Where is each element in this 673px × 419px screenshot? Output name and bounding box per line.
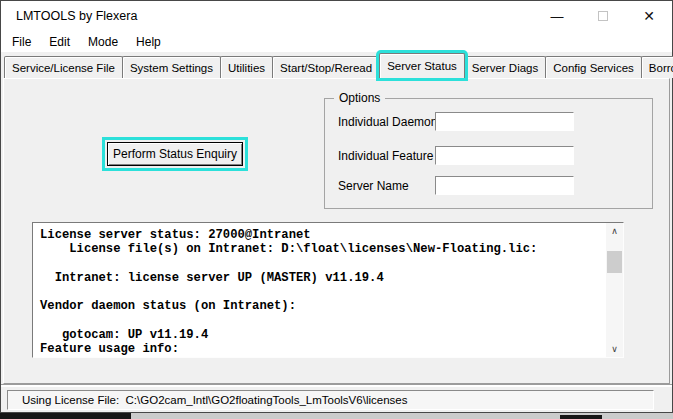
- chevron-down-icon: ∨: [611, 344, 618, 354]
- highlight-annotation: Perform Status Enquiry: [102, 137, 248, 171]
- scrollbar-thumb[interactable]: [607, 251, 622, 273]
- tab-strip: Service/License File System Settings Uti…: [4, 53, 673, 78]
- tab-server-diags[interactable]: Server Diags: [464, 56, 546, 78]
- menu-item-edit[interactable]: Edit: [40, 31, 79, 52]
- menu-item-mode[interactable]: Mode: [79, 31, 127, 52]
- individual-daemon-label: Individual Daemon: [338, 115, 437, 129]
- status-console: License server status: 27000@Intranet Li…: [32, 222, 624, 358]
- menu-item-help[interactable]: Help: [127, 31, 170, 52]
- tab-service-license-file[interactable]: Service/License File: [4, 56, 123, 78]
- individual-daemon-input[interactable]: [435, 112, 574, 131]
- scroll-down-button[interactable]: ∨: [606, 341, 623, 357]
- tab-start-stop-reread[interactable]: Start/Stop/Reread: [272, 56, 380, 78]
- maximize-icon: [598, 11, 608, 21]
- chevron-up-icon: ∧: [611, 226, 618, 236]
- menu-item-file[interactable]: File: [3, 31, 40, 52]
- desktop-background: [0, 413, 131, 419]
- console-output-text: License server status: 27000@Intranet Li…: [33, 223, 606, 357]
- statusbar-text: Using License File: C:\GO2cam_Intl\GO2fl…: [8, 394, 407, 406]
- statusbar-separator: [1, 384, 672, 387]
- server-name-input[interactable]: [435, 176, 574, 195]
- titlebar: LMTOOLS by Flexera — ✕: [1, 1, 672, 31]
- tab-borrowing[interactable]: Borrowing: [641, 56, 673, 78]
- lmtools-window: LMTOOLS by Flexera — ✕ File Edit Mode He…: [0, 0, 673, 413]
- statusbar-field: Using License File: C:\GO2cam_Intl\GO2fl…: [7, 390, 654, 410]
- window-title: LMTOOLS by Flexera: [1, 9, 137, 23]
- minimize-icon: —: [551, 9, 564, 24]
- individual-feature-label: Individual Feature: [338, 149, 433, 163]
- menubar: File Edit Mode Help: [1, 31, 672, 52]
- window-controls: — ✕: [534, 1, 672, 31]
- minimize-button[interactable]: —: [534, 1, 580, 31]
- desktop-background: [560, 415, 602, 419]
- vertical-scrollbar[interactable]: ∧ ∨: [606, 223, 623, 357]
- tab-system-settings[interactable]: System Settings: [122, 56, 221, 78]
- individual-feature-input[interactable]: [435, 146, 574, 165]
- tab-config-services[interactable]: Config Services: [545, 56, 642, 78]
- options-groupbox: Options Individual Daemon Individual Fea…: [324, 98, 653, 209]
- maximize-button[interactable]: [580, 1, 626, 31]
- tab-utilities[interactable]: Utilities: [220, 56, 273, 78]
- scroll-up-button[interactable]: ∧: [606, 223, 623, 239]
- close-icon: ✕: [643, 8, 655, 24]
- close-button[interactable]: ✕: [626, 1, 672, 31]
- server-name-label: Server Name: [338, 179, 409, 193]
- options-group-title: Options: [334, 91, 385, 105]
- tab-server-status[interactable]: Server Status: [379, 53, 465, 78]
- perform-status-enquiry-button[interactable]: Perform Status Enquiry: [107, 142, 243, 166]
